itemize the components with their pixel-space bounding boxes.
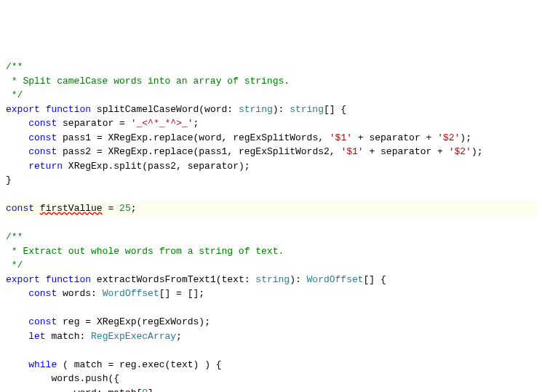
id-words: words	[63, 288, 91, 299]
type-WordOffset: WordOffset	[103, 288, 159, 299]
punct: =	[97, 132, 103, 143]
id-match: match	[74, 359, 103, 370]
id-replace: replace	[154, 132, 194, 143]
keyword-const: const	[28, 132, 57, 143]
punct: :	[79, 331, 91, 342]
id-pass2: pass2	[63, 146, 91, 157]
comment-block-open-2: /**	[6, 231, 23, 242]
id-reg: reg	[63, 316, 79, 327]
punct: ],	[148, 388, 159, 393]
punct: [] = [];	[159, 288, 204, 299]
id-regExWords: regExWords	[142, 316, 199, 327]
function-name-extractWordsFromText1: extractWordsFromText1	[97, 274, 216, 285]
punct: ;	[194, 118, 199, 129]
string-d1: '$1'	[330, 132, 352, 143]
highlighted-line[interactable]: const firstVallue = 25;	[6, 201, 536, 216]
punct: );	[199, 316, 210, 327]
punct: =	[97, 146, 103, 157]
code-editor[interactable]: /** * Split camelCase words into an arra…	[0, 57, 542, 392]
punct: :	[244, 274, 256, 285]
punct: (	[63, 359, 74, 370]
id-replace: replace	[154, 146, 194, 157]
punct: [] {	[364, 274, 386, 285]
punct: ,	[176, 161, 188, 172]
comment-block-open: /**	[6, 61, 23, 72]
function-name-splitCamelCaseWord: splitCamelCaseWord	[97, 104, 199, 115]
keyword-const: const	[28, 316, 57, 327]
comment-block-body-2: * Extract out whole words from a string …	[6, 246, 284, 257]
keyword-while: while	[28, 359, 57, 370]
number-0: 0	[142, 388, 148, 393]
id-XRegExp: XRegExp	[108, 132, 148, 143]
punct: }	[6, 175, 12, 185]
id-match: match	[51, 331, 79, 342]
id-separator: separator	[369, 132, 420, 143]
punct: :	[227, 104, 239, 115]
id-separator: separator	[188, 161, 239, 172]
keyword-const: const	[28, 288, 57, 299]
type-string-arr: string	[290, 104, 324, 115]
id-pass2: pass2	[148, 161, 176, 172]
punct: +	[437, 146, 443, 157]
punct: =	[85, 316, 91, 327]
punct: ;	[131, 203, 137, 214]
keyword-export: export	[6, 104, 40, 115]
id-regExSplitWords: regExSplitWords	[233, 132, 318, 143]
id-match: match	[108, 388, 136, 393]
comment-block-body: * Split camelCase words into an array of…	[6, 76, 290, 87]
id-split: split	[113, 161, 142, 172]
keyword-const: const	[28, 118, 57, 129]
punct: ,	[330, 146, 341, 157]
punct: :	[97, 388, 108, 393]
punct: =	[108, 203, 113, 214]
id-separator: separator	[63, 118, 113, 129]
punct: ):	[290, 274, 306, 285]
string-d2: '$2'	[449, 146, 471, 157]
param-word: word	[204, 104, 227, 115]
string-separator: '_<^*_*^>_'	[131, 118, 194, 129]
punct: ({	[108, 373, 119, 384]
id-XRegExp: XRegExp	[108, 146, 148, 157]
id-pass1: pass1	[199, 146, 227, 157]
punct: :	[91, 288, 103, 299]
comment-block-close-2: */	[6, 260, 23, 271]
type-WordOffset: WordOffset	[307, 274, 364, 285]
keyword-export: export	[6, 274, 40, 285]
punct: (	[142, 161, 148, 172]
punct: [] {	[324, 104, 346, 115]
punct: ,	[222, 132, 234, 143]
id-XRegExp: XRegExp	[68, 161, 108, 172]
punct: =	[119, 118, 125, 129]
punct: =	[108, 359, 113, 370]
id-XRegExp: XRegExp	[97, 316, 137, 327]
keyword-const: const	[6, 203, 34, 214]
punct: );	[460, 132, 471, 143]
string-d1: '$1'	[340, 146, 363, 157]
keyword-function: function	[46, 274, 91, 285]
id-word-key: word	[74, 388, 97, 393]
punct: ) ) {	[194, 359, 222, 370]
id-reg: reg	[119, 359, 136, 370]
punct: );	[239, 161, 250, 172]
punct: .	[148, 146, 154, 157]
punct: );	[471, 146, 483, 157]
keyword-let: let	[28, 331, 45, 342]
number-25: 25	[119, 203, 131, 214]
punct: ,	[318, 132, 330, 143]
id-word: word	[199, 132, 221, 143]
punct: ):	[273, 104, 290, 115]
keyword-return: return	[28, 161, 63, 172]
punct: (	[216, 274, 222, 285]
id-regExSplitWords2: regExSplitWords2	[239, 146, 330, 157]
punct: ;	[176, 331, 182, 342]
type-RegExpExecArray: RegExpExecArray	[91, 331, 176, 342]
type-string: string	[255, 274, 290, 285]
id-exec: exec	[142, 359, 164, 370]
comment-block-close: */	[6, 89, 23, 100]
type-string: string	[239, 104, 273, 115]
param-text: text	[222, 274, 244, 285]
punct: +	[358, 132, 364, 143]
id-text: text	[170, 359, 193, 370]
id-firstVallue-error[interactable]: firstVallue	[40, 203, 103, 214]
punct: .	[148, 132, 154, 143]
